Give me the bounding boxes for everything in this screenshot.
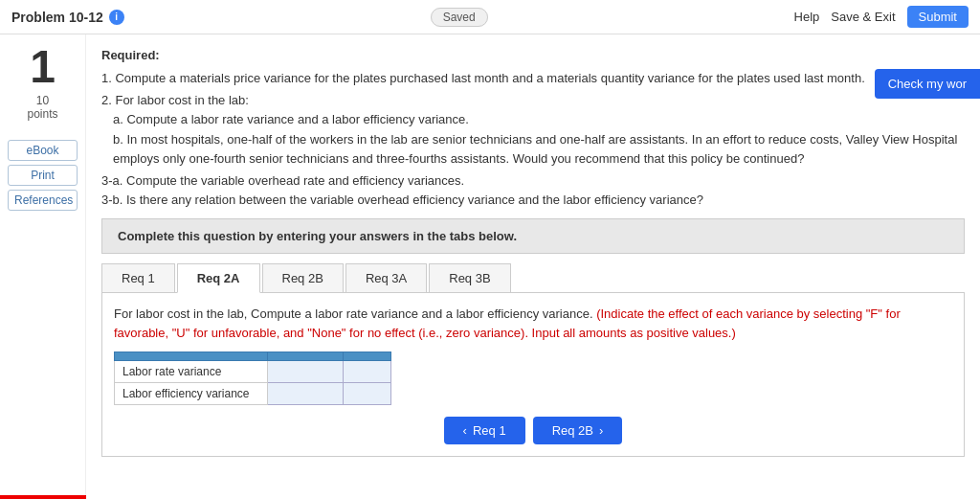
next-button[interactable]: Req 2B — [533, 417, 623, 444]
main-layout: 1 10 points eBook Print References Check… — [0, 34, 980, 499]
problem-line2: 2. For labor cost in the lab: — [101, 91, 965, 110]
instruction-text: For labor cost in the lab, Compute a lab… — [114, 305, 952, 342]
info-icon[interactable]: i — [109, 10, 124, 25]
problem-line2a: a. Compute a labor rate variance and a l… — [113, 110, 965, 129]
problem-line2b: b. In most hospitals, one-half of the wo… — [113, 130, 965, 168]
labor-efficiency-label: Labor efficiency variance — [115, 383, 268, 405]
table-row: Labor rate variance — [115, 361, 391, 383]
col-header-label — [115, 352, 268, 361]
tab-req2a[interactable]: Req 2A — [177, 263, 260, 293]
tab-req3b[interactable]: Req 3B — [429, 263, 510, 292]
labor-rate-effect-input[interactable] — [351, 365, 383, 378]
labor-efficiency-effect-input[interactable] — [351, 387, 383, 400]
table-row: Labor efficiency variance — [115, 383, 391, 405]
sidebar-links: eBook Print References — [8, 140, 78, 211]
print-link[interactable]: Print — [8, 165, 78, 186]
labor-rate-effect[interactable] — [344, 361, 391, 383]
bottom-bar — [0, 495, 86, 499]
col-header-effect — [344, 352, 391, 361]
labor-rate-label: Labor rate variance — [115, 361, 268, 383]
prev-button[interactable]: Req 1 — [444, 417, 525, 444]
chevron-left-icon — [463, 423, 467, 438]
ebook-link[interactable]: eBook — [8, 140, 78, 161]
tab-req3a[interactable]: Req 3A — [345, 263, 427, 292]
check-work-button[interactable]: Check my wor — [875, 69, 980, 99]
chevron-right-icon — [599, 423, 603, 438]
saved-badge: Saved — [431, 8, 488, 27]
labor-rate-amount-input[interactable] — [276, 365, 336, 378]
problem-line3a: 3-a. Compute the variable overhead rate … — [101, 171, 965, 191]
left-sidebar: 1 10 points eBook Print References — [0, 34, 86, 499]
problem-text: Required: 1. Compute a materials price v… — [101, 46, 965, 209]
variance-table: Labor rate variance Labor efficiency var… — [114, 352, 391, 405]
content-area: Check my wor Required: 1. Compute a mate… — [86, 34, 980, 499]
submit-button[interactable]: Submit — [907, 6, 969, 28]
bottom-nav: Req 1 Req 2B — [114, 417, 952, 444]
col-header-amount — [267, 352, 344, 361]
labor-rate-amount[interactable] — [267, 361, 344, 383]
saved-badge-container: Saved — [431, 10, 488, 24]
tab-content: For labor cost in the lab, Compute a lab… — [101, 293, 965, 457]
labor-efficiency-amount-input[interactable] — [276, 387, 336, 400]
points-label: 10 points — [27, 94, 57, 121]
labor-efficiency-effect[interactable] — [344, 383, 391, 405]
top-bar-left: Problem 10-12 i — [11, 10, 124, 25]
save-exit-button[interactable]: Save & Exit — [831, 10, 895, 24]
help-button[interactable]: Help — [794, 10, 820, 24]
tab-req2b[interactable]: Req 2B — [262, 263, 344, 292]
references-link[interactable]: References — [8, 190, 78, 211]
complete-box: Complete this question by entering your … — [101, 218, 965, 254]
problem-title: Problem 10-12 — [11, 10, 103, 25]
problem-line3b: 3-b. Is there any relation between the v… — [101, 191, 965, 210]
labor-efficiency-amount[interactable] — [267, 383, 344, 405]
top-bar: Problem 10-12 i Saved Help Save & Exit S… — [0, 0, 980, 34]
tabs-container: Req 1 Req 2A Req 2B Req 3A Req 3B — [101, 263, 965, 293]
top-bar-right: Help Save & Exit Submit — [794, 6, 969, 28]
problem-number: 1 — [30, 44, 56, 90]
tab-req1[interactable]: Req 1 — [101, 263, 175, 292]
problem-line1: 1. Compute a materials price variance fo… — [101, 69, 965, 88]
required-label: Required: — [101, 48, 160, 62]
